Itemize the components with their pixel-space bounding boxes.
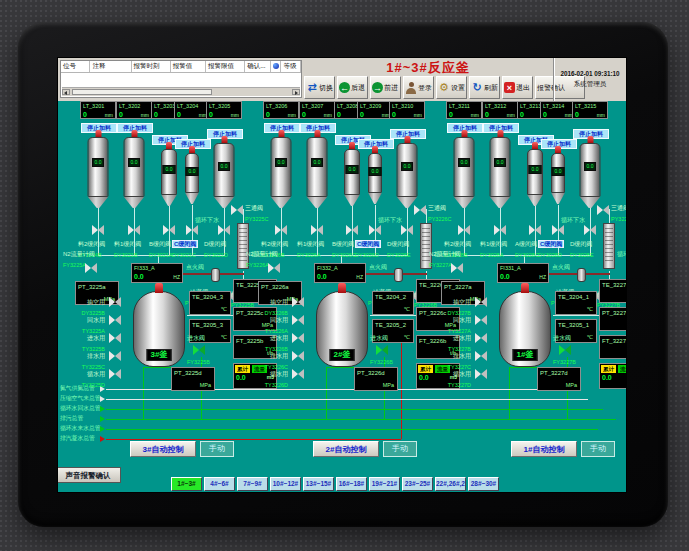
page-button[interactable]: 1#~3# bbox=[171, 477, 202, 491]
inlet-valve-icon[interactable] bbox=[376, 345, 388, 355]
tank-cone bbox=[161, 195, 177, 206]
inlet-valve-tag: FY3226B bbox=[370, 359, 393, 365]
auto-control-button[interactable]: 3#自动控制 bbox=[130, 441, 196, 457]
manual-mode-button[interactable]: 手动 bbox=[383, 441, 417, 457]
side-valve-icon[interactable] bbox=[292, 297, 304, 307]
side-valve-icon[interactable] bbox=[109, 297, 121, 307]
valve-icon[interactable] bbox=[163, 225, 175, 235]
valve-icon[interactable] bbox=[275, 225, 287, 235]
toolbar-button-3[interactable]: →前进 bbox=[370, 76, 401, 99]
side-valve-icon[interactable] bbox=[109, 351, 121, 361]
page-button[interactable]: 13#~15# bbox=[303, 477, 334, 491]
pipe-header-label: 排污总管 bbox=[60, 415, 83, 422]
tank-led: 0.0 bbox=[552, 167, 565, 176]
toolbar-button-5[interactable]: ⚙设置 bbox=[436, 76, 467, 99]
side-valve-name: 回水用 bbox=[87, 317, 105, 323]
side-valve-icon[interactable] bbox=[475, 369, 487, 379]
n2-flow-valve-icon[interactable] bbox=[268, 263, 280, 273]
feed-tank: 0.0 bbox=[344, 149, 360, 206]
page-title: 1#~3#反应釜 bbox=[308, 59, 548, 77]
flow-display: FT_3227bt/h bbox=[599, 335, 627, 359]
auto-control-button[interactable]: 2#自动控制 bbox=[313, 441, 379, 457]
feed-valve-name: 料1缓闭阀 bbox=[297, 241, 324, 247]
valve-icon[interactable] bbox=[401, 225, 413, 235]
alarm-column-header: 报警时刻 bbox=[132, 61, 171, 72]
inlet-valve-icon[interactable] bbox=[193, 345, 205, 355]
valve-icon[interactable] bbox=[128, 225, 140, 235]
valve-icon[interactable] bbox=[311, 225, 323, 235]
toolbar-button-4[interactable]: 登录 bbox=[403, 76, 434, 99]
tank-cone bbox=[271, 197, 292, 208]
valve-icon[interactable] bbox=[584, 225, 596, 235]
valve-icon[interactable] bbox=[92, 225, 104, 235]
toolbar-button-6[interactable]: ↻刷新 bbox=[469, 76, 500, 99]
page-button[interactable]: 22#,26#,27# bbox=[435, 477, 466, 491]
side-valve-icon[interactable] bbox=[292, 351, 304, 361]
valve-icon[interactable] bbox=[186, 225, 198, 235]
valve-icon[interactable] bbox=[346, 225, 358, 235]
side-valve-icon[interactable] bbox=[292, 333, 304, 343]
sound-alarm-ack-button[interactable]: 声音报警确认 bbox=[57, 467, 121, 483]
valve-icon[interactable] bbox=[552, 225, 564, 235]
toolbar-button-2[interactable]: ←后退 bbox=[337, 76, 368, 99]
valve-icon[interactable] bbox=[529, 225, 541, 235]
manual-mode-button[interactable]: 手动 bbox=[200, 441, 234, 457]
scroll-left-arrow-icon[interactable] bbox=[62, 89, 70, 95]
inlet-valve-tag: FY3225B bbox=[187, 359, 210, 365]
page-button[interactable]: 16#~18# bbox=[336, 477, 367, 491]
page-button[interactable]: 28#~30# bbox=[468, 477, 499, 491]
feed-tank: 0.0 bbox=[551, 153, 565, 204]
totalizer-button[interactable]: 累计 bbox=[418, 365, 433, 373]
tee-valve-icon[interactable] bbox=[231, 205, 243, 215]
valve-icon[interactable] bbox=[218, 225, 230, 235]
manual-mode-button[interactable]: 手动 bbox=[581, 441, 615, 457]
page-button[interactable]: 10#~12# bbox=[270, 477, 301, 491]
reactor-vessel: 1#釜 bbox=[499, 291, 551, 367]
feed-tank: 0.0 bbox=[368, 153, 382, 204]
feed-tank: 0.0 bbox=[88, 137, 109, 208]
side-valve-name: 循水用 bbox=[270, 371, 288, 377]
alarm-scrollbar[interactable] bbox=[62, 87, 300, 96]
n2-flow-valve-icon[interactable] bbox=[451, 263, 463, 273]
auto-control-button[interactable]: 1#自动控制 bbox=[511, 441, 577, 457]
feed-valve-name: C缓闭阀 bbox=[172, 240, 198, 248]
side-valve-icon[interactable] bbox=[109, 333, 121, 343]
valve-icon[interactable] bbox=[494, 225, 506, 235]
toolbar-button-1[interactable]: ⇄切换 bbox=[304, 76, 335, 99]
side-valve-icon[interactable] bbox=[292, 315, 304, 325]
top-bar: 位号注释报警时刻报警值报警限值确认...等级 1#~3#反应釜 ⇄切换←后退→前… bbox=[58, 58, 626, 102]
inlet-valve-icon[interactable] bbox=[559, 345, 571, 355]
monitor-bezel: 位号注释报警时刻报警值报警限值确认...等级 1#~3#反应釜 ⇄切换←后退→前… bbox=[18, 22, 668, 527]
totalizer-button[interactable]: 累计 bbox=[601, 365, 616, 373]
scada-screen: 位号注释报警时刻报警值报警限值确认...等级 1#~3#反应釜 ⇄切换←后退→前… bbox=[57, 57, 627, 493]
side-valve-icon[interactable] bbox=[475, 297, 487, 307]
totalizer-button[interactable]: 累计 bbox=[235, 365, 250, 373]
n2-flow-valve-icon[interactable] bbox=[85, 263, 97, 273]
side-valve-icon[interactable] bbox=[109, 369, 121, 379]
tee-valve-icon[interactable] bbox=[414, 205, 426, 215]
feed-tank: 0.0 bbox=[397, 143, 418, 208]
scrollbar-thumb[interactable] bbox=[72, 89, 212, 95]
page-button[interactable]: 23#~25# bbox=[402, 477, 433, 491]
flow-rate-button[interactable]: 流量 bbox=[618, 365, 627, 373]
condenser-out-label: 循环上水 bbox=[617, 251, 627, 258]
tee-valve-icon[interactable] bbox=[597, 205, 609, 215]
side-valve-name: 进水用 bbox=[87, 335, 105, 341]
valve-icon[interactable] bbox=[369, 225, 381, 235]
page-button[interactable]: 19#~21# bbox=[369, 477, 400, 491]
side-valve-icon[interactable] bbox=[475, 315, 487, 325]
side-valve-name: 抽空用 bbox=[270, 299, 288, 305]
page-button[interactable]: 7#~9# bbox=[237, 477, 268, 491]
page-button[interactable]: 4#~6# bbox=[204, 477, 235, 491]
side-valve-icon[interactable] bbox=[109, 315, 121, 325]
feed-tank: 0.0 bbox=[454, 137, 475, 208]
side-valve-icon[interactable] bbox=[292, 369, 304, 379]
alarm-column-header: 报警值 bbox=[171, 61, 206, 72]
toolbar-button-7[interactable]: ×退出 bbox=[502, 76, 533, 99]
side-valve-icon[interactable] bbox=[475, 333, 487, 343]
valve-icon[interactable] bbox=[458, 225, 470, 235]
scroll-right-arrow-icon[interactable] bbox=[292, 89, 300, 95]
side-valve-icon[interactable] bbox=[475, 351, 487, 361]
settings-gear-icon: ⚙ bbox=[438, 82, 450, 94]
tank-cone bbox=[88, 197, 109, 208]
